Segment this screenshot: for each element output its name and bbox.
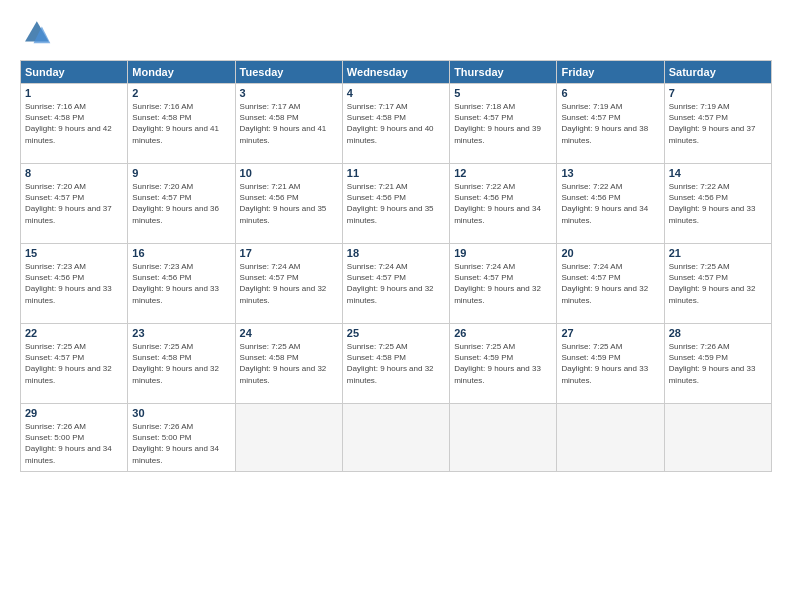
- day-info: Sunrise: 7:25 AM Sunset: 4:57 PM Dayligh…: [25, 341, 123, 386]
- sunset-label: Sunset: 4:58 PM: [132, 113, 191, 122]
- day-number: 5: [454, 87, 552, 99]
- day-number: 20: [561, 247, 659, 259]
- sunset-label: Sunset: 4:58 PM: [240, 353, 299, 362]
- header: [20, 18, 772, 50]
- day-info: Sunrise: 7:24 AM Sunset: 4:57 PM Dayligh…: [561, 261, 659, 306]
- sunset-label: Sunset: 4:57 PM: [561, 113, 620, 122]
- day-info: Sunrise: 7:25 AM Sunset: 4:58 PM Dayligh…: [240, 341, 338, 386]
- calendar-day-cell: 25 Sunrise: 7:25 AM Sunset: 4:58 PM Dayl…: [342, 324, 449, 404]
- daylight-label: Daylight: 9 hours and 34 minutes.: [454, 204, 541, 224]
- day-number: 7: [669, 87, 767, 99]
- sunrise-label: Sunrise: 7:26 AM: [669, 342, 730, 351]
- day-info: Sunrise: 7:21 AM Sunset: 4:56 PM Dayligh…: [240, 181, 338, 226]
- day-info: Sunrise: 7:23 AM Sunset: 4:56 PM Dayligh…: [132, 261, 230, 306]
- sunset-label: Sunset: 4:56 PM: [347, 193, 406, 202]
- day-number: 27: [561, 327, 659, 339]
- calendar-day-cell: 30 Sunrise: 7:26 AM Sunset: 5:00 PM Dayl…: [128, 404, 235, 472]
- day-number: 21: [669, 247, 767, 259]
- daylight-label: Daylight: 9 hours and 42 minutes.: [25, 124, 112, 144]
- day-number: 24: [240, 327, 338, 339]
- day-info: Sunrise: 7:22 AM Sunset: 4:56 PM Dayligh…: [454, 181, 552, 226]
- day-number: 13: [561, 167, 659, 179]
- calendar-day-cell: 11 Sunrise: 7:21 AM Sunset: 4:56 PM Dayl…: [342, 164, 449, 244]
- calendar-day-cell: 3 Sunrise: 7:17 AM Sunset: 4:58 PM Dayli…: [235, 84, 342, 164]
- sunrise-label: Sunrise: 7:26 AM: [25, 422, 86, 431]
- day-info: Sunrise: 7:20 AM Sunset: 4:57 PM Dayligh…: [132, 181, 230, 226]
- day-number: 12: [454, 167, 552, 179]
- calendar-day-cell: 24 Sunrise: 7:25 AM Sunset: 4:58 PM Dayl…: [235, 324, 342, 404]
- day-number: 25: [347, 327, 445, 339]
- sunset-label: Sunset: 4:57 PM: [454, 273, 513, 282]
- calendar-day-cell: 15 Sunrise: 7:23 AM Sunset: 4:56 PM Dayl…: [21, 244, 128, 324]
- calendar-day-cell: 19 Sunrise: 7:24 AM Sunset: 4:57 PM Dayl…: [450, 244, 557, 324]
- calendar-table: SundayMondayTuesdayWednesdayThursdayFrid…: [20, 60, 772, 472]
- day-info: Sunrise: 7:22 AM Sunset: 4:56 PM Dayligh…: [561, 181, 659, 226]
- sunset-label: Sunset: 4:56 PM: [561, 193, 620, 202]
- daylight-label: Daylight: 9 hours and 33 minutes.: [132, 284, 219, 304]
- calendar-day-cell: 7 Sunrise: 7:19 AM Sunset: 4:57 PM Dayli…: [664, 84, 771, 164]
- sunrise-label: Sunrise: 7:25 AM: [25, 342, 86, 351]
- day-info: Sunrise: 7:16 AM Sunset: 4:58 PM Dayligh…: [25, 101, 123, 146]
- sunset-label: Sunset: 4:58 PM: [347, 353, 406, 362]
- sunset-label: Sunset: 4:57 PM: [25, 193, 84, 202]
- sunset-label: Sunset: 4:58 PM: [240, 113, 299, 122]
- sunrise-label: Sunrise: 7:16 AM: [25, 102, 86, 111]
- daylight-label: Daylight: 9 hours and 33 minutes.: [669, 364, 756, 384]
- day-number: 2: [132, 87, 230, 99]
- calendar-day-cell: [664, 404, 771, 472]
- day-info: Sunrise: 7:17 AM Sunset: 4:58 PM Dayligh…: [240, 101, 338, 146]
- sunrise-label: Sunrise: 7:16 AM: [132, 102, 193, 111]
- sunrise-label: Sunrise: 7:18 AM: [454, 102, 515, 111]
- sunrise-label: Sunrise: 7:25 AM: [240, 342, 301, 351]
- day-number: 29: [25, 407, 123, 419]
- daylight-label: Daylight: 9 hours and 32 minutes.: [132, 364, 219, 384]
- calendar-day-cell: 4 Sunrise: 7:17 AM Sunset: 4:58 PM Dayli…: [342, 84, 449, 164]
- daylight-label: Daylight: 9 hours and 33 minutes.: [454, 364, 541, 384]
- daylight-label: Daylight: 9 hours and 35 minutes.: [347, 204, 434, 224]
- sunrise-label: Sunrise: 7:19 AM: [669, 102, 730, 111]
- sunrise-label: Sunrise: 7:25 AM: [561, 342, 622, 351]
- day-number: 18: [347, 247, 445, 259]
- day-info: Sunrise: 7:25 AM Sunset: 4:59 PM Dayligh…: [561, 341, 659, 386]
- calendar-day-cell: 18 Sunrise: 7:24 AM Sunset: 4:57 PM Dayl…: [342, 244, 449, 324]
- sunset-label: Sunset: 4:56 PM: [240, 193, 299, 202]
- sunset-label: Sunset: 4:57 PM: [454, 113, 513, 122]
- sunset-label: Sunset: 4:59 PM: [669, 353, 728, 362]
- calendar-day-cell: [557, 404, 664, 472]
- sunrise-label: Sunrise: 7:19 AM: [561, 102, 622, 111]
- sunset-label: Sunset: 4:56 PM: [25, 273, 84, 282]
- day-info: Sunrise: 7:26 AM Sunset: 4:59 PM Dayligh…: [669, 341, 767, 386]
- sunset-label: Sunset: 4:57 PM: [669, 113, 728, 122]
- calendar-day-cell: [235, 404, 342, 472]
- daylight-label: Daylight: 9 hours and 39 minutes.: [454, 124, 541, 144]
- calendar-day-cell: 26 Sunrise: 7:25 AM Sunset: 4:59 PM Dayl…: [450, 324, 557, 404]
- day-info: Sunrise: 7:18 AM Sunset: 4:57 PM Dayligh…: [454, 101, 552, 146]
- day-number: 26: [454, 327, 552, 339]
- sunrise-label: Sunrise: 7:17 AM: [240, 102, 301, 111]
- daylight-label: Daylight: 9 hours and 33 minutes.: [561, 364, 648, 384]
- sunrise-label: Sunrise: 7:20 AM: [25, 182, 86, 191]
- sunrise-label: Sunrise: 7:24 AM: [347, 262, 408, 271]
- sunset-label: Sunset: 4:59 PM: [454, 353, 513, 362]
- calendar-week-row: 1 Sunrise: 7:16 AM Sunset: 4:58 PM Dayli…: [21, 84, 772, 164]
- daylight-label: Daylight: 9 hours and 32 minutes.: [454, 284, 541, 304]
- sunset-label: Sunset: 4:56 PM: [669, 193, 728, 202]
- day-number: 23: [132, 327, 230, 339]
- daylight-label: Daylight: 9 hours and 35 minutes.: [240, 204, 327, 224]
- weekday-header: Saturday: [664, 61, 771, 84]
- day-number: 28: [669, 327, 767, 339]
- logo-icon: [20, 18, 52, 50]
- daylight-label: Daylight: 9 hours and 32 minutes.: [347, 364, 434, 384]
- day-info: Sunrise: 7:26 AM Sunset: 5:00 PM Dayligh…: [25, 421, 123, 466]
- sunrise-label: Sunrise: 7:23 AM: [132, 262, 193, 271]
- daylight-label: Daylight: 9 hours and 32 minutes.: [240, 284, 327, 304]
- weekday-header: Monday: [128, 61, 235, 84]
- sunset-label: Sunset: 4:59 PM: [561, 353, 620, 362]
- sunset-label: Sunset: 4:56 PM: [454, 193, 513, 202]
- calendar-day-cell: 23 Sunrise: 7:25 AM Sunset: 4:58 PM Dayl…: [128, 324, 235, 404]
- logo: [20, 18, 56, 50]
- day-number: 4: [347, 87, 445, 99]
- daylight-label: Daylight: 9 hours and 41 minutes.: [240, 124, 327, 144]
- daylight-label: Daylight: 9 hours and 32 minutes.: [240, 364, 327, 384]
- day-info: Sunrise: 7:26 AM Sunset: 5:00 PM Dayligh…: [132, 421, 230, 466]
